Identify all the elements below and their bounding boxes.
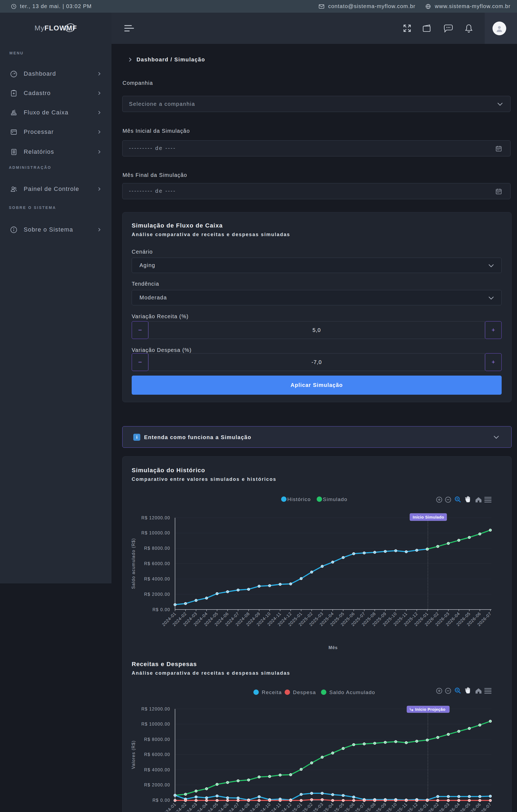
svg-text:R$ 4000.00: R$ 4000.00	[144, 577, 170, 581]
svg-text:R$ 0.00: R$ 0.00	[152, 798, 170, 803]
svg-text:R$ 8000.00: R$ 8000.00	[144, 546, 170, 551]
svg-text:R$ 4000.00: R$ 4000.00	[144, 767, 170, 772]
svg-text:R$ 6000.00: R$ 6000.00	[144, 752, 170, 757]
svg-text:R$ 0.00: R$ 0.00	[152, 607, 170, 612]
svg-text:R$ 6000.00: R$ 6000.00	[144, 561, 170, 566]
svg-text:Saldo Acumulado: Saldo Acumulado	[329, 690, 375, 695]
svg-text:Simulado: Simulado	[323, 496, 347, 502]
svg-text:Mês: Mês	[328, 645, 338, 650]
svg-text:R$ 2000.00: R$ 2000.00	[144, 783, 170, 787]
svg-text:Início Projeção: Início Projeção	[415, 707, 446, 712]
svg-text:Histórico: Histórico	[287, 496, 311, 502]
svg-text:Início Simulado: Início Simulado	[413, 515, 444, 519]
svg-text:Receita: Receita	[262, 690, 282, 695]
svg-text:Saldo acumulado (R$): Saldo acumulado (R$)	[131, 538, 136, 589]
svg-text:R$ 12000.00: R$ 12000.00	[141, 516, 170, 520]
svg-text:Valores (R$): Valores (R$)	[131, 741, 136, 769]
svg-text:R$ 10000.00: R$ 10000.00	[141, 531, 170, 535]
svg-text:Despesa: Despesa	[293, 690, 316, 695]
svg-text:R$ 2000.00: R$ 2000.00	[144, 592, 170, 597]
svg-text:R$ 12000.00: R$ 12000.00	[141, 707, 170, 711]
svg-text:R$ 8000.00: R$ 8000.00	[144, 737, 170, 742]
svg-text:R$ 10000.00: R$ 10000.00	[141, 722, 170, 726]
svg-text:2024-01: 2024-01	[161, 802, 177, 812]
